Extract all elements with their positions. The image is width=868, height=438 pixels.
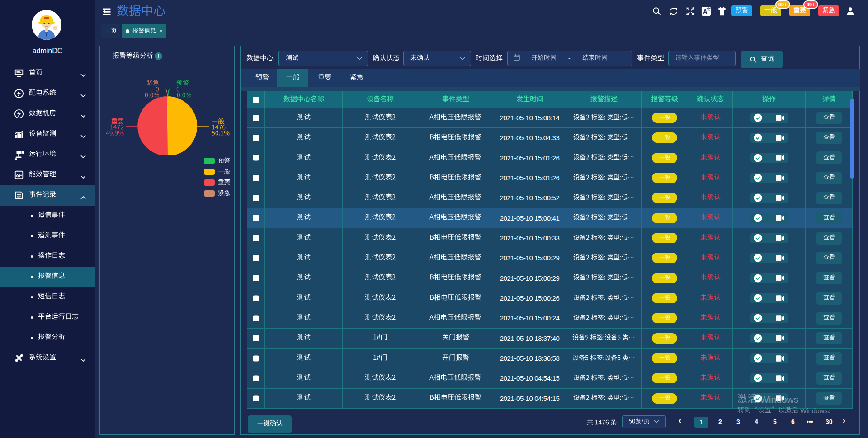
svg-text:A: A [703,9,708,15]
